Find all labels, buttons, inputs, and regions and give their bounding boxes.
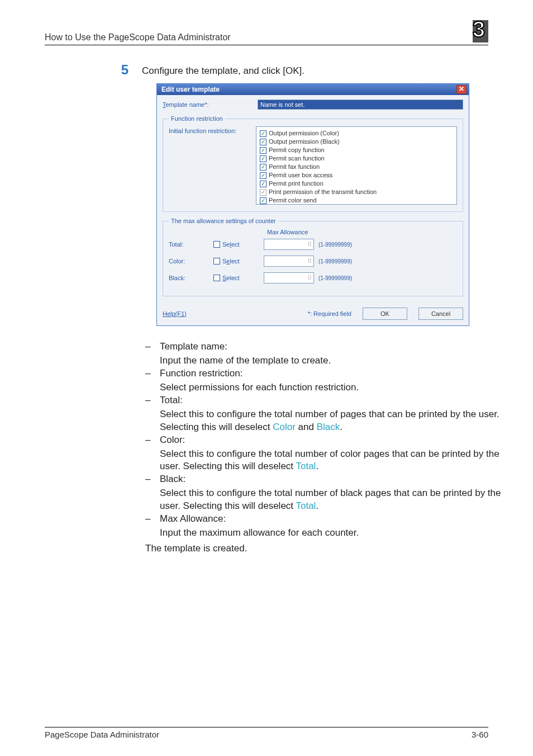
close-icon[interactable]: ✕ xyxy=(456,85,467,94)
checkbox-icon[interactable] xyxy=(260,181,266,187)
checkbox-icon[interactable] xyxy=(260,147,266,154)
function-restriction-legend: Function restriction xyxy=(169,115,225,122)
black-value-input[interactable]: 0 xyxy=(264,272,314,284)
function-restriction-group: Function restriction Initial function re… xyxy=(163,115,463,212)
black-row: Black: Select 0 (1-99999999) xyxy=(169,272,457,284)
checkbox-icon[interactable] xyxy=(260,189,266,196)
help-link[interactable]: Help(F1) xyxy=(163,310,187,317)
cancel-button[interactable]: Cancel xyxy=(418,308,463,320)
template-name-label: Template name*: xyxy=(163,101,258,108)
footer-left: PageScope Data Administrator xyxy=(45,730,159,739)
step-number: 5 xyxy=(112,62,129,78)
footer-right: 3-60 xyxy=(472,730,488,739)
checkbox-icon[interactable] xyxy=(260,164,266,171)
max-allowance-legend: The max allowance settings of counter xyxy=(169,218,278,224)
initial-restriction-label: Initial function restriction: xyxy=(169,126,256,134)
color-value-input[interactable]: 0 xyxy=(264,256,314,267)
max-allowance-header: Max Allowance xyxy=(267,229,457,235)
checkbox-icon[interactable] xyxy=(260,130,266,137)
black-select-checkbox[interactable] xyxy=(213,275,220,281)
color-select-checkbox[interactable] xyxy=(213,258,220,264)
max-allowance-group: The max allowance settings of counter Ma… xyxy=(163,218,463,296)
ok-button[interactable]: OK xyxy=(363,308,407,320)
total-value-input[interactable]: 0 xyxy=(264,239,314,250)
checkbox-icon[interactable] xyxy=(260,155,266,162)
required-field-label: *: Required field xyxy=(308,310,351,317)
checkbox-icon[interactable] xyxy=(260,197,266,204)
permission-listbox[interactable]: Output permission (Color) Output permiss… xyxy=(256,126,457,205)
edit-user-template-dialog: Edit user template ✕ Template name*: Fun… xyxy=(156,83,469,326)
step-text: Configure the template, and click [OK]. xyxy=(142,62,304,77)
color-row: Color: Select 0 (1-99999999) xyxy=(169,256,457,267)
explanation-list: –Template name: Input the name of the te… xyxy=(145,341,503,540)
checkbox-icon[interactable] xyxy=(260,172,266,179)
page-header: How to Use the PageScope Data Administra… xyxy=(45,32,231,42)
checkbox-icon[interactable] xyxy=(260,139,266,145)
total-row: Total: Select 0 (1-99999999) xyxy=(169,239,457,250)
trailing-text: The template is created. xyxy=(145,543,488,554)
total-select-checkbox[interactable] xyxy=(213,241,220,248)
template-name-input[interactable] xyxy=(258,100,463,110)
chapter-badge: 3 xyxy=(457,20,488,42)
dialog-title: Edit user template xyxy=(161,86,220,93)
